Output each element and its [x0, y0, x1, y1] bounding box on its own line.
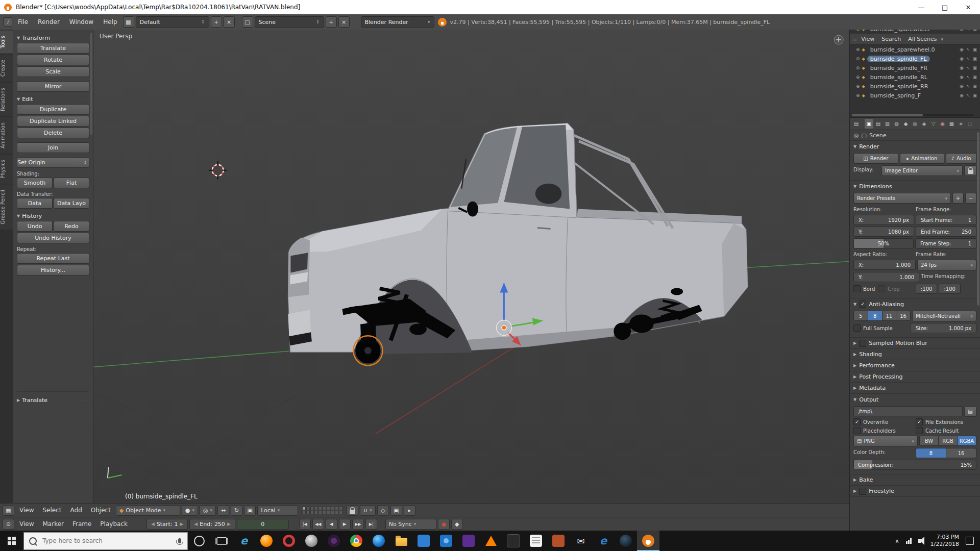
editor-type-outliner-icon[interactable]: ≡	[852, 36, 857, 42]
renderability-icon[interactable]: ▣	[972, 65, 977, 70]
outliner-row[interactable]: ⊕ ◆ burnside_spindle_RL ◉↖▣	[850, 72, 980, 82]
visibility-icon[interactable]: ◉	[960, 84, 964, 89]
timeline-menu-view[interactable]: View	[16, 520, 37, 528]
toolshelf-tab-tools[interactable]: Tools	[0, 31, 13, 54]
outliner-row[interactable]: ⊕ ◆ burnside_sparewheel.0 ◉↖▣	[850, 45, 980, 54]
redo-button[interactable]: Redo	[54, 221, 89, 232]
redo-panel-header[interactable]: ▶ Translate	[17, 395, 89, 405]
microphone-icon[interactable]	[178, 538, 181, 543]
toolshelf-scrollbar[interactable]	[90, 33, 92, 135]
manipulator-scale-toggle[interactable]: ▣	[244, 505, 256, 516]
3d-scene-canvas[interactable]	[93, 30, 849, 503]
region-expand-icon[interactable]	[834, 35, 843, 44]
renderability-icon[interactable]: ▣	[972, 30, 977, 32]
tab-scene[interactable]: ▥	[883, 119, 892, 129]
selectability-icon[interactable]: ↖	[966, 74, 970, 80]
render-still-button[interactable]: ◫ Render	[853, 153, 898, 164]
join-button[interactable]: Join	[17, 142, 89, 153]
outliner-horizontal-scrollbar[interactable]	[852, 114, 974, 116]
tab-particles[interactable]: ∗	[957, 119, 965, 129]
color-depth-16[interactable]: 16	[946, 448, 976, 458]
add-scene-button[interactable]: +	[326, 16, 337, 28]
border-checkbox[interactable]: Bord	[853, 284, 875, 294]
opengl-render-anim-button[interactable]: ▸	[404, 505, 415, 516]
editor-type-3d-icon[interactable]: ▦	[3, 505, 14, 516]
snap-element-dropdown[interactable]: ◇	[377, 505, 389, 516]
anti-aliasing-checkbox[interactable]: ✓	[859, 300, 866, 308]
visibility-icon[interactable]: ◉	[960, 56, 964, 61]
opengl-render-button[interactable]: ▣	[390, 505, 402, 516]
visibility-icon[interactable]: ◉	[960, 47, 964, 52]
display-mode-dropdown[interactable]: Image Editor ▾	[881, 165, 963, 176]
menu-file[interactable]: File	[14, 14, 32, 30]
add-preset-button[interactable]: +	[952, 193, 964, 204]
manipulator-translate-toggle[interactable]: ↔	[217, 505, 229, 516]
toolshelf-tab-relations[interactable]: Relations	[0, 83, 13, 116]
compression-slider[interactable]: Compression: 15%	[853, 460, 976, 470]
aspect-y-field[interactable]: Y:1.000	[853, 272, 919, 282]
checkbox-icon[interactable]: ✓	[916, 418, 923, 425]
aa-size-field[interactable]: Size:1.000 px	[911, 323, 976, 333]
taskbar-icon-opera[interactable]	[278, 531, 300, 551]
timeline-menu-playback[interactable]: Playback	[96, 520, 131, 528]
taskbar-search[interactable]	[23, 532, 188, 550]
editor-type-timeline-icon[interactable]: ⊙	[3, 519, 14, 530]
view3d-menu-object[interactable]: Object	[87, 507, 114, 514]
checkbox-icon[interactable]	[853, 324, 861, 332]
selectability-icon[interactable]: ↖	[966, 56, 970, 61]
tab-texture[interactable]: ▦	[947, 119, 956, 129]
full-sample-checkbox[interactable]: Full Sample	[853, 323, 909, 333]
shade-flat-button[interactable]: Flat	[54, 178, 89, 188]
transform-orientation-dropdown[interactable]: Local ▾	[257, 505, 298, 516]
info-editor-icon[interactable]: i	[3, 17, 12, 27]
taskbar-icon-firefox-developer[interactable]	[368, 531, 390, 551]
browse-folder-button[interactable]: ▤	[964, 406, 976, 417]
scale-button[interactable]: Scale	[17, 66, 89, 77]
dimensions-panel-header[interactable]: ▼ Dimensions	[853, 181, 976, 191]
next-keyframe-button[interactable]: ▶▶	[352, 519, 364, 530]
checkbox-icon[interactable]	[916, 427, 923, 434]
renderability-icon[interactable]: ▣	[972, 74, 977, 80]
taskbar-icon-tor-browser[interactable]	[323, 531, 345, 551]
resolution-y-field[interactable]: Y:1080 px	[853, 227, 914, 237]
renderability-icon[interactable]: ▣	[972, 93, 977, 98]
taskbar-icon-notepad[interactable]	[525, 531, 547, 551]
renderability-icon[interactable]: ▣	[972, 84, 977, 89]
expander-icon[interactable]: ⊕	[856, 74, 860, 80]
outliner-row-clipped[interactable]: ⊕ ◆ burnside_sparewheel ◉↖▣	[850, 30, 980, 34]
mode-dropdown[interactable]: ◆ Object Mode ▾	[116, 505, 180, 516]
remove-preset-button[interactable]: −	[965, 193, 976, 204]
outliner-row[interactable]: ⊕ ◆ burnside_spindle_RR ◉↖▣	[850, 82, 980, 91]
metadata-panel[interactable]: ▶ Metadata	[850, 383, 980, 394]
render-animation-button[interactable]: ▸ Animation	[900, 153, 945, 164]
taskbar-icon-cortana[interactable]	[188, 531, 210, 551]
bake-panel[interactable]: ▶ Bake	[850, 474, 980, 486]
placeholders-checkbox[interactable]: Placeholders	[853, 427, 914, 434]
tab-material[interactable]: ◉	[938, 119, 947, 129]
file-extensions-checkbox[interactable]: ✓ File Extensions	[916, 418, 976, 425]
taskbar-icon-chrome[interactable]	[345, 531, 368, 551]
taskbar-icon-edge[interactable]: e	[233, 531, 255, 551]
scene-browse-icon[interactable]: ▢	[242, 16, 253, 28]
freestyle-panel[interactable]: ▶ Freestyle	[850, 486, 980, 497]
duplicate-linked-button[interactable]: Duplicate Linked	[17, 116, 89, 127]
resolution-x-field[interactable]: X:1920 px	[853, 215, 914, 225]
cache-result-checkbox[interactable]: Cache Result	[916, 427, 976, 434]
edit-panel-header[interactable]: ▼ Edit	[17, 94, 89, 104]
view3d-menu-select[interactable]: Select	[39, 507, 65, 514]
sync-mode-dropdown[interactable]: No Sync ▾	[385, 519, 436, 530]
tab-modifiers[interactable]: ◈	[920, 119, 928, 129]
crop-checkbox[interactable]: Crop	[878, 284, 899, 294]
color-mode-rgb[interactable]: RGB	[938, 436, 958, 446]
editor-type-properties-icon[interactable]: ▤	[852, 119, 861, 129]
render-audio-button[interactable]: ♪ Audio	[946, 153, 976, 164]
toolshelf-tab-grease-pencil[interactable]: Grease Pencil	[0, 185, 13, 230]
tray-chevron-icon[interactable]: ∧	[895, 538, 899, 544]
aa-samples-5[interactable]: 5	[853, 311, 868, 321]
start-frame-field[interactable]: Start Frame:1	[916, 215, 976, 225]
render-panel-header[interactable]: ▼ Render	[853, 141, 976, 152]
selectability-icon[interactable]: ↖	[966, 65, 970, 70]
end-frame-field[interactable]: End Frame:250	[916, 227, 976, 237]
properties-scrollbar[interactable]	[977, 132, 979, 306]
data-transfer-layout-button[interactable]: Data Layo	[54, 198, 89, 209]
